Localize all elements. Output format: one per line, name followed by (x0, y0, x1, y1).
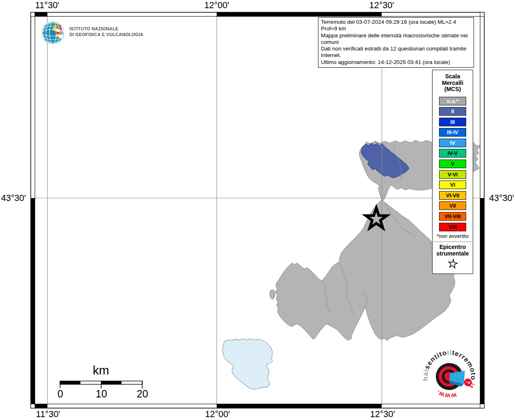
legend-swatch-II: II (439, 107, 466, 116)
coord-top-right: 12°30' (369, 0, 394, 10)
coord-bottom-right: 12°30' (370, 409, 395, 419)
scale-tick-10: 10 (96, 388, 107, 399)
scale-tick-20: 20 (137, 388, 148, 399)
scale-bar-title: km (93, 363, 109, 377)
coord-top-mid: 12°00' (204, 0, 229, 10)
coord-left: 43°30' (1, 193, 26, 203)
ingv-logo: ISTITUTO NAZIONALE DI GEOFISICA E VULCAN… (41, 21, 143, 45)
info-line-data: Dati non verificati estratti da 12 quest… (321, 46, 471, 59)
legend-swatch-III-IV: III-IV (439, 128, 466, 137)
legend-title-line1: Scala (433, 73, 473, 80)
coord-right: 43°30' (489, 193, 514, 203)
legend-swatch-n.a.*: n.a.* (439, 97, 466, 105)
ingv-name-line2: DI GEOFISICA E VULCANOLOGIA (69, 32, 143, 38)
mercalli-legend: Scala Mercalli (MCS) n.a.*IIIIIIII-IVIVI… (432, 70, 473, 274)
legend-footnote: *non avvertito (433, 233, 473, 239)
info-line-map: Mappa preliminare delle intensità macros… (321, 32, 471, 46)
coord-top-left: 11°30' (35, 0, 60, 10)
legend-swatch-VII-VIII: VII-VIII (439, 212, 466, 221)
legend-epicenter-line2: strumentale (433, 250, 473, 257)
logo-www-text: www. (434, 388, 458, 402)
legend-title-line2: Mercalli (433, 80, 473, 87)
legend-title-line3: (MCS) (433, 86, 473, 93)
svg-text:www.: www. (434, 388, 458, 402)
legend-swatch-VIII: VIII (439, 223, 466, 231)
legend-swatch-V: V (439, 160, 466, 168)
legend-swatch-IV-V: IV-V (439, 149, 466, 158)
earthquake-info-box: Terremoto del 03-07-2024 09:29:16 (ora l… (318, 17, 474, 68)
legend-swatch-IV: IV (439, 139, 466, 147)
coord-bottom-left: 11°30' (36, 409, 60, 419)
legend-swatch-VI: VI (439, 180, 466, 189)
scale-tick-0: 0 (57, 388, 63, 399)
legend-swatch-V-VI: V-VI (439, 170, 466, 179)
legend-epicenter-line1: Epicentro (433, 244, 473, 250)
legend-items: n.a.*IIIIIIII-IVIVIV-VVV-VIVIVI-VIIVIIVI… (433, 97, 473, 231)
epicenter-legend-star-icon (447, 258, 458, 269)
info-line-event: Terremoto del 03-07-2024 09:29:16 (ora l… (321, 19, 471, 32)
legend-swatch-III: III (439, 118, 466, 126)
legend-swatch-VII: VII (439, 201, 466, 210)
haisentito-logo: ? haisentitoilterremoto.it ? www. (421, 348, 486, 413)
seismic-intensity-map-page: km 0 10 20 11°30' 12°00' 12°30' 11°30' 1… (0, 0, 515, 420)
legend-swatch-VI-VII: VI-VII (439, 191, 466, 200)
info-line-update: Ultimo aggiornamento: 14-12-2025 03:41 (… (321, 59, 471, 66)
legend-divider (434, 242, 472, 242)
ingv-globe-icon (41, 21, 65, 45)
ingv-name-line1: ISTITUTO NAZIONALE (69, 26, 143, 32)
coord-bottom-mid: 12°00' (205, 409, 230, 419)
